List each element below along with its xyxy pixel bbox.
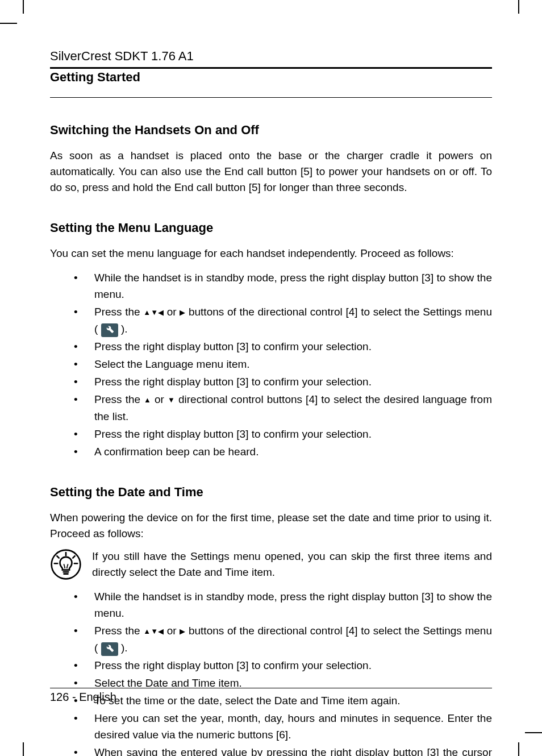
up-icon: ▲ [143, 304, 151, 321]
rule [50, 97, 492, 98]
heading-switching: Switching the Handsets On and Off [50, 123, 492, 138]
rule [50, 688, 492, 688]
rule [50, 67, 492, 69]
heading-language: Setting the Menu Language [50, 221, 492, 235]
section-heading: Getting Started [50, 70, 492, 85]
down-icon: ▼ [151, 623, 158, 639]
text: Press the [94, 393, 144, 405]
list-item: Press the right display button [3] to co… [50, 338, 492, 355]
list-item: While the handset is in standby mode, pr… [50, 588, 492, 621]
bullet-list: While the handset is in standby mode, pr… [50, 588, 492, 756]
down-icon: ▼ [151, 304, 158, 321]
up-icon: ▲ [144, 392, 151, 408]
paragraph: You can set the menu language for each h… [50, 246, 492, 261]
list-item: Press the right display button [3] to co… [50, 373, 492, 390]
crop-mark [518, 0, 519, 14]
paragraph: When powering the device on for the firs… [50, 510, 492, 542]
svg-line-3 [73, 556, 75, 558]
page: SilverCrest SDKT 1.76 A1 Getting Started… [0, 0, 542, 756]
text: ). [118, 323, 128, 335]
svg-line-2 [57, 556, 59, 558]
list-item: A confirmation beep can be heard. [50, 443, 492, 460]
tip-text: If you still have the Settings menu open… [92, 549, 492, 580]
text: or [164, 306, 180, 318]
right-icon: ▶ [180, 623, 185, 639]
heading-datetime: Setting the Date and Time [50, 485, 492, 500]
crop-mark [23, 0, 24, 14]
list-item: Here you can set the year, month, day, h… [50, 710, 492, 743]
page-num: 126 [50, 691, 69, 703]
crop-mark [525, 732, 542, 733]
bullet-list: While the handset is in standby mode, pr… [50, 269, 492, 460]
crop-mark [0, 23, 17, 24]
down-icon: ▼ [168, 392, 175, 408]
list-item: Press the ▲▼◀ or ▶ buttons of the direct… [50, 622, 492, 656]
list-item: Press the ▲▼◀ or ▶ buttons of the direct… [50, 304, 492, 337]
settings-icon [101, 323, 118, 337]
paragraph: As soon as a handset is placed onto the … [50, 148, 492, 196]
separator: - [69, 691, 79, 703]
left-icon: ◀ [158, 623, 164, 639]
list-item: Press the right display button [3] to co… [50, 657, 492, 674]
list-item: When saving the entered value by pressin… [50, 744, 492, 756]
up-icon: ▲ [143, 623, 151, 639]
page-number: 126 - English [50, 691, 492, 704]
text: Press the [94, 306, 143, 318]
tip-block: If you still have the Settings menu open… [50, 549, 492, 580]
left-icon: ◀ [158, 304, 164, 321]
list-item: Press the ▲ or ▼ directional control but… [50, 391, 492, 425]
crop-mark [518, 742, 519, 756]
language-label: English [79, 691, 116, 703]
footer: 126 - English [50, 688, 492, 704]
settings-icon [101, 642, 118, 656]
crop-mark [23, 742, 24, 756]
lightbulb-icon [50, 549, 82, 580]
list-item: Press the right display button [3] to co… [50, 426, 492, 442]
list-item: Select the Language menu item. [50, 356, 492, 372]
text: or [151, 393, 168, 405]
product-header: SilverCrest SDKT 1.76 A1 [50, 49, 492, 64]
text: ). [118, 642, 128, 654]
right-icon: ▶ [180, 304, 185, 321]
text: or [164, 625, 180, 637]
list-item: While the handset is in standby mode, pr… [50, 269, 492, 302]
text: Press the [94, 625, 143, 637]
